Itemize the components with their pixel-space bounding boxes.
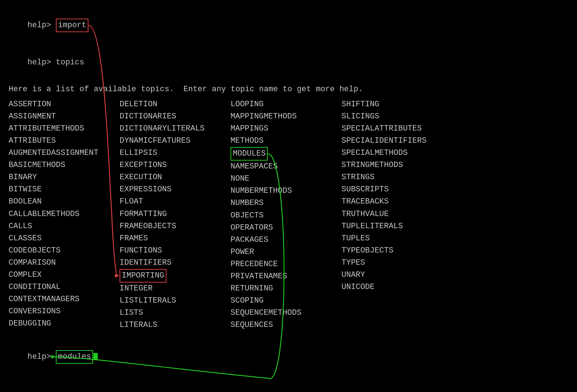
list-item: FRAMEOBJECTS <box>120 220 231 232</box>
column-4: SHIFTINGSLICINGSSPECIALATTRIBUTESSPECIAL… <box>341 98 477 332</box>
list-item: UNARY <box>341 269 477 281</box>
column-2: DELETIONDICTIONARIESDICTIONARYLITERALSDY… <box>120 98 231 332</box>
list-item: OBJECTS <box>231 210 341 222</box>
list-item: TUPLES <box>341 232 477 245</box>
list-item: OPERATORS <box>231 222 341 234</box>
list-item: CODEOBJECTS <box>9 245 120 257</box>
importing-box: IMPORTING <box>120 269 166 283</box>
list-item: LITERALS <box>120 319 231 331</box>
list-item: SPECIALMETHODS <box>341 147 477 159</box>
list-item: SLICINGS <box>341 111 477 123</box>
list-item: SUBSCRIPTS <box>341 183 477 196</box>
list-item: CONTEXTMANAGERS <box>9 293 120 305</box>
prompt-1: help> <box>28 21 56 30</box>
list-item: SCOPING <box>231 295 341 307</box>
list-item: STRINGMETHODS <box>341 159 477 171</box>
list-item: EXPRESSIONS <box>120 183 231 196</box>
list-item: LISTS <box>120 307 231 319</box>
list-item: ATTRIBUTEMETHODS <box>9 123 120 135</box>
topics-command: topics <box>56 58 84 67</box>
description-line: Here is a list of available topics. Ente… <box>9 83 568 95</box>
column-3: LOOPINGMAPPINGMETHODSMAPPINGSMETHODSMODU… <box>231 98 341 332</box>
prompt-2: help> <box>28 58 56 67</box>
topics-columns: ASSERTIONASSIGNMENTATTRIBUTEMETHODSATTRI… <box>9 98 568 332</box>
modules-command[interactable]: modules <box>56 350 93 364</box>
list-item: SPECIALATTRIBUTES <box>341 123 477 135</box>
list-item: IDENTIFIERS <box>120 257 231 269</box>
list-item: COMPLEX <box>9 269 120 281</box>
list-item: ATTRIBUTES <box>9 135 120 147</box>
list-item: CONVERSIONS <box>9 305 120 318</box>
list-item: PRIVATENAMES <box>231 270 341 283</box>
list-item: BINARY <box>9 171 120 183</box>
list-item: EXCEPTIONS <box>120 159 231 171</box>
list-item: SEQUENCES <box>231 319 341 331</box>
list-item: SPECIALIDENTIFIERS <box>341 135 477 147</box>
list-item: ELLIPSIS <box>120 147 231 159</box>
list-item: DICTIONARYLITERALS <box>120 123 231 135</box>
list-item: MODULES <box>231 147 341 161</box>
list-item: DEBUGGING <box>9 318 120 330</box>
list-item: LOOPING <box>231 98 341 111</box>
list-item: PACKAGES <box>231 234 341 246</box>
list-item: LISTLITERALS <box>120 295 231 307</box>
list-item: FUNCTIONS <box>120 245 231 257</box>
list-item: DELETION <box>120 98 231 111</box>
list-item: CALLS <box>9 220 120 232</box>
list-item: STRINGS <box>341 171 477 183</box>
list-item: DYNAMICFEATURES <box>120 135 231 147</box>
list-item: MAPPINGS <box>231 123 341 135</box>
list-item: NONE <box>231 173 341 185</box>
cursor <box>93 353 98 360</box>
list-item: CLASSES <box>9 232 120 245</box>
list-item: TUPLELITERALS <box>341 220 477 232</box>
column-1: ASSERTIONASSIGNMENTATTRIBUTEMETHODSATTRI… <box>9 98 120 332</box>
list-item: SHIFTING <box>341 98 477 111</box>
list-item: AUGMENTEDASSIGNMENT <box>9 147 120 159</box>
list-item: BASICMETHODS <box>9 159 120 171</box>
list-item: NAMESPACES <box>231 161 341 173</box>
list-item: TYPEOBJECTS <box>341 245 477 257</box>
line-import: help> import <box>9 6 568 44</box>
prompt-bottom: help> <box>28 352 56 361</box>
list-item: TRACEBACKS <box>341 196 477 208</box>
list-item: DICTIONARIES <box>120 111 231 123</box>
list-item: INTEGER <box>120 283 231 295</box>
list-item: TYPES <box>341 257 477 269</box>
bottom-prompt-line: help> modules <box>9 338 568 376</box>
list-item: RETURNING <box>231 283 341 295</box>
list-item: ASSERTION <box>9 98 120 111</box>
list-item: NUMBERS <box>231 197 341 209</box>
list-item: CALLABLEMETHODS <box>9 208 120 220</box>
list-item: BOOLEAN <box>9 196 120 208</box>
line-topics: help> topics <box>9 44 568 81</box>
list-item: FLOAT <box>120 196 231 208</box>
list-item: FORMATTING <box>120 208 231 220</box>
list-item: EXECUTION <box>120 171 231 183</box>
list-item: IMPORTING <box>120 269 231 283</box>
list-item: SEQUENCEMETHODS <box>231 307 341 319</box>
list-item: ASSIGNMENT <box>9 111 120 123</box>
list-item: CONDITIONAL <box>9 281 120 293</box>
list-item: METHODS <box>231 135 341 147</box>
list-item: BITWISE <box>9 183 120 196</box>
import-command: import <box>56 19 88 32</box>
terminal-window: help> import help> topics Here is a list… <box>0 0 577 382</box>
list-item: MAPPINGMETHODS <box>231 111 341 123</box>
list-item: TRUTHVALUE <box>341 208 477 220</box>
list-item: UNICODE <box>341 281 477 293</box>
list-item: NUMBERMETHODS <box>231 185 341 197</box>
list-item: COMPARISON <box>9 257 120 269</box>
list-item: POWER <box>231 246 341 258</box>
modules-topic-box: MODULES <box>231 147 268 161</box>
list-item: FRAMES <box>120 232 231 245</box>
list-item: PRECEDENCE <box>231 258 341 270</box>
